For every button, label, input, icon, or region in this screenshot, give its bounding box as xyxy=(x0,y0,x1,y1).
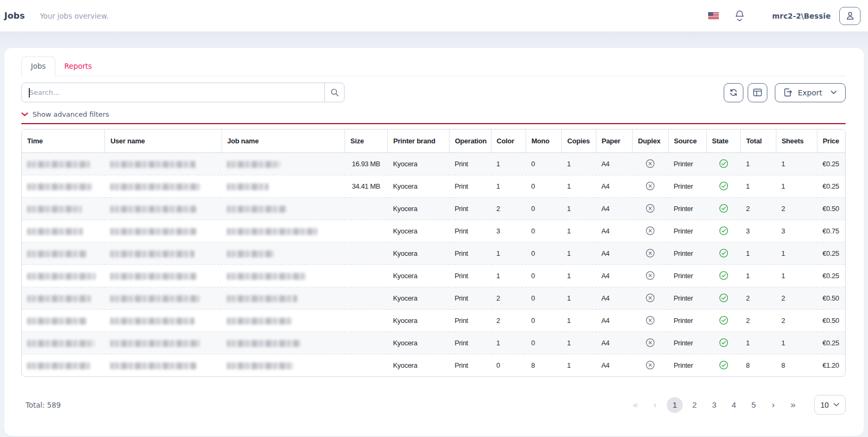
table-row[interactable]: KyoceraPrint101A4 Printer 11€0.25 xyxy=(22,331,845,354)
page-size-value: 10 xyxy=(821,401,829,409)
table-row[interactable]: KyoceraPrint201A4 Printer 22€0.50 xyxy=(22,197,845,220)
mono-cell: 0 xyxy=(526,309,561,331)
table-row[interactable]: KyoceraPrint301A4 Printer 33€0.75 xyxy=(22,220,845,242)
time-cell xyxy=(22,287,105,309)
user-cell xyxy=(105,175,222,197)
table-row[interactable]: KyoceraPrint101A4 Printer 11€0.25 xyxy=(22,242,845,264)
column-header-total[interactable]: Total xyxy=(741,130,776,152)
search-input[interactable] xyxy=(22,88,324,96)
column-header-job-name[interactable]: Job name xyxy=(222,130,345,152)
sheets-cell: 2 xyxy=(776,309,817,331)
export-button[interactable]: Export xyxy=(775,83,846,102)
refresh-button[interactable] xyxy=(724,83,743,102)
column-header-time[interactable]: Time xyxy=(22,130,105,152)
paper-cell: A4 xyxy=(596,331,632,354)
duplex-cell xyxy=(633,264,668,287)
job-cell xyxy=(222,220,345,242)
job-cell xyxy=(222,264,345,287)
page-button-1[interactable]: 1 xyxy=(667,397,683,413)
check-circle-icon xyxy=(719,159,728,168)
tab-jobs[interactable]: Jobs xyxy=(21,56,55,76)
pagination-first-button[interactable]: « xyxy=(627,397,643,413)
column-header-user-name[interactable]: User name xyxy=(105,130,222,152)
brand-cell: Kyocera xyxy=(388,264,449,287)
column-header-operation[interactable]: Operation xyxy=(449,130,491,152)
table-row[interactable]: 16.93 MBKyoceraPrint101A4 Printer 11€0.2… xyxy=(22,152,845,175)
source-cell: Printer xyxy=(668,354,706,376)
language-flag-icon[interactable] xyxy=(708,12,719,19)
table-row[interactable]: 34.41 MBKyoceraPrint101A4 Printer 11€0.2… xyxy=(22,175,845,197)
column-header-source[interactable]: Source xyxy=(668,130,706,152)
size-cell xyxy=(345,264,388,287)
check-circle-icon xyxy=(719,204,728,213)
column-header-color[interactable]: Color xyxy=(491,130,526,152)
tab-reports-label: Reports xyxy=(64,62,92,70)
duplex-cell xyxy=(633,354,668,376)
column-header-sheets[interactable]: Sheets xyxy=(776,130,817,152)
page-size-select[interactable]: 10 xyxy=(814,395,846,415)
profile-button[interactable] xyxy=(839,7,861,25)
time-redacted-text xyxy=(27,295,91,302)
copies-cell: 1 xyxy=(562,331,596,354)
job-redacted-text xyxy=(227,273,306,280)
paper-cell: A4 xyxy=(596,152,632,175)
time-cell xyxy=(22,175,105,197)
page-button-3[interactable]: 3 xyxy=(706,397,722,413)
column-header-price[interactable]: Price xyxy=(817,130,845,152)
column-header-mono[interactable]: Mono xyxy=(526,130,561,152)
columns-settings-button[interactable] xyxy=(748,83,767,102)
job-redacted-text xyxy=(227,228,317,235)
time-redacted-text xyxy=(27,250,87,257)
refresh-icon xyxy=(729,88,738,97)
cross-circle-icon xyxy=(645,159,655,168)
user-redacted-text xyxy=(110,250,194,257)
pagination-last-button[interactable]: » xyxy=(785,397,801,413)
time-cell xyxy=(22,331,105,354)
search-icon[interactable] xyxy=(324,83,344,102)
user-redacted-text xyxy=(110,228,196,235)
table-row[interactable]: KyoceraPrint201A4 Printer 22€0.50 xyxy=(22,287,845,309)
tab-reports[interactable]: Reports xyxy=(55,57,101,76)
pagination-pages: 12345 xyxy=(667,397,761,413)
column-header-state[interactable]: State xyxy=(706,130,740,152)
table-row[interactable]: KyoceraPrint081A4 Printer 88€1.20 xyxy=(22,354,845,376)
paper-cell: A4 xyxy=(596,220,632,242)
column-header-size[interactable]: Size xyxy=(345,130,388,152)
mono-cell: 0 xyxy=(526,152,561,175)
source-cell: Printer xyxy=(668,309,706,331)
duplex-cell xyxy=(633,197,668,220)
pagination-next-button[interactable]: › xyxy=(765,397,781,413)
column-header-paper[interactable]: Paper xyxy=(596,130,632,152)
user-redacted-text xyxy=(110,362,196,369)
table-row[interactable]: KyoceraPrint101A4 Printer 11€0.25 xyxy=(22,264,845,287)
source-cell: Printer xyxy=(668,220,706,242)
column-header-printer-brand[interactable]: Printer brand xyxy=(388,130,449,152)
brand-cell: Kyocera xyxy=(388,152,449,175)
page-button-5[interactable]: 5 xyxy=(746,397,761,413)
color-cell: 2 xyxy=(491,197,526,220)
page-title: Jobs xyxy=(4,11,25,21)
sheets-cell: 1 xyxy=(776,264,817,287)
pagination-prev-button[interactable]: ‹ xyxy=(647,397,663,413)
column-header-copies[interactable]: Copies xyxy=(562,130,596,152)
notifications-bell-icon[interactable] xyxy=(735,10,744,21)
time-cell xyxy=(22,309,105,331)
job-redacted-text xyxy=(227,161,280,168)
size-cell: 34.41 MB xyxy=(345,175,388,197)
table-row[interactable]: KyoceraPrint201A4 Printer 22€0.50 xyxy=(22,309,845,331)
price-cell: €0.25 xyxy=(817,264,845,287)
size-cell xyxy=(345,331,388,354)
advanced-filters-toggle[interactable]: Show advanced filters xyxy=(21,110,109,118)
column-header-duplex[interactable]: Duplex xyxy=(633,130,668,152)
mono-cell: 0 xyxy=(526,264,561,287)
page-button-4[interactable]: 4 xyxy=(726,397,742,413)
color-cell: 3 xyxy=(491,220,526,242)
user-cell xyxy=(105,197,222,220)
user-cell xyxy=(105,287,222,309)
size-cell xyxy=(345,242,388,264)
page-button-2[interactable]: 2 xyxy=(686,397,702,413)
color-cell: 1 xyxy=(491,175,526,197)
copies-cell: 1 xyxy=(562,220,596,242)
cross-circle-icon xyxy=(645,293,655,303)
operation-cell: Print xyxy=(449,331,491,354)
